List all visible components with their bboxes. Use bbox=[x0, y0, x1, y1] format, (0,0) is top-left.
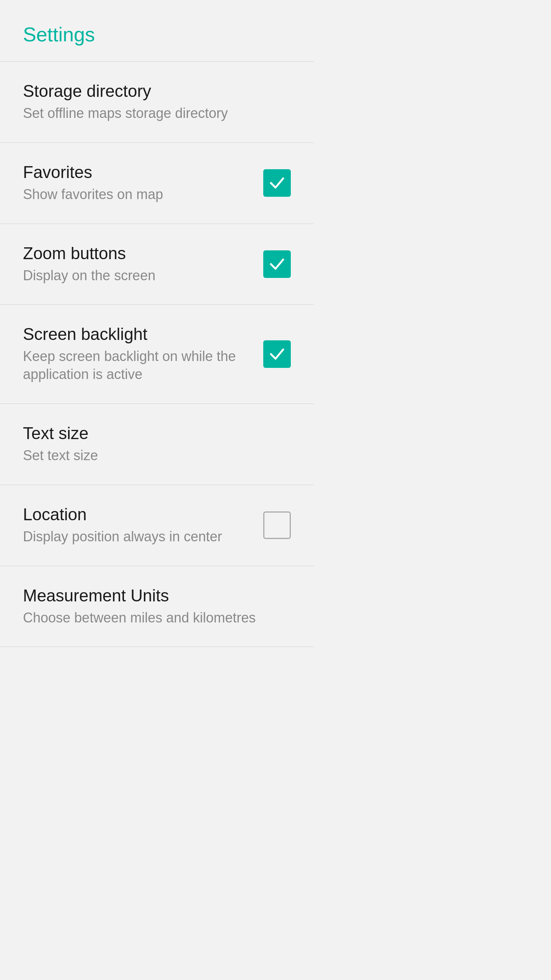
settings-item-text: Storage directory Set offline maps stora… bbox=[23, 82, 291, 122]
settings-item-text: Zoom buttons Display on the screen bbox=[23, 244, 263, 285]
settings-list: Storage directory Set offline maps stora… bbox=[0, 61, 314, 647]
screen-backlight-checkbox[interactable] bbox=[263, 340, 291, 368]
settings-item-title-measurement-units: Measurement Units bbox=[23, 586, 276, 605]
location-checkbox[interactable] bbox=[263, 511, 291, 539]
settings-item-text-size[interactable]: Text size Set text size bbox=[0, 404, 314, 485]
settings-item-title-location: Location bbox=[23, 505, 248, 524]
settings-item-subtitle-storage-directory: Set offline maps storage directory bbox=[23, 105, 276, 122]
settings-item-storage-directory[interactable]: Storage directory Set offline maps stora… bbox=[0, 61, 314, 143]
settings-item-subtitle-zoom-buttons: Display on the screen bbox=[23, 267, 248, 285]
settings-item-favorites[interactable]: Favorites Show favorites on map bbox=[0, 143, 314, 224]
settings-item-subtitle-text-size: Set text size bbox=[23, 447, 276, 465]
settings-item-text: Location Display position always in cent… bbox=[23, 505, 263, 546]
settings-item-screen-backlight[interactable]: Screen backlight Keep screen backlight o… bbox=[0, 305, 314, 404]
settings-item-subtitle-location: Display position always in center bbox=[23, 528, 248, 546]
settings-item-title-zoom-buttons: Zoom buttons bbox=[23, 244, 248, 263]
settings-item-text: Screen backlight Keep screen backlight o… bbox=[23, 325, 263, 384]
zoom-buttons-checkbox[interactable] bbox=[263, 250, 291, 278]
settings-item-text: Text size Set text size bbox=[23, 424, 291, 465]
settings-item-location[interactable]: Location Display position always in cent… bbox=[0, 485, 314, 566]
favorites-checkbox[interactable] bbox=[263, 169, 291, 197]
settings-item-text: Measurement Units Choose between miles a… bbox=[23, 586, 291, 627]
settings-item-title-favorites: Favorites bbox=[23, 163, 248, 182]
settings-item-title-storage-directory: Storage directory bbox=[23, 82, 276, 101]
settings-item-zoom-buttons[interactable]: Zoom buttons Display on the screen bbox=[0, 224, 314, 305]
settings-item-measurement-units[interactable]: Measurement Units Choose between miles a… bbox=[0, 566, 314, 647]
settings-item-subtitle-favorites: Show favorites on map bbox=[23, 186, 248, 204]
settings-item-text: Favorites Show favorites on map bbox=[23, 163, 263, 204]
page-title: Settings bbox=[0, 0, 314, 61]
settings-item-subtitle-screen-backlight: Keep screen backlight on while the appli… bbox=[23, 348, 248, 384]
settings-item-title-text-size: Text size bbox=[23, 424, 276, 443]
settings-item-subtitle-measurement-units: Choose between miles and kilometres bbox=[23, 609, 276, 627]
settings-item-title-screen-backlight: Screen backlight bbox=[23, 325, 248, 344]
